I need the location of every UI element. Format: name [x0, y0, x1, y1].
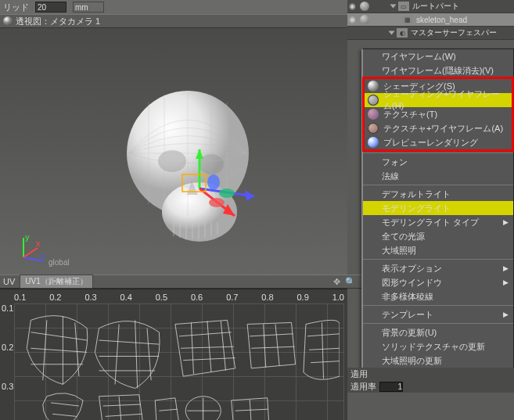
- eye-icon[interactable]: ◉: [349, 2, 358, 11]
- apply-label: 適用: [350, 368, 368, 380]
- apply-rate-row: 適用率: [347, 380, 514, 393]
- apply-row: 適用: [347, 368, 514, 380]
- menu-display-options[interactable]: 表示オプション▶: [363, 261, 513, 275]
- menu-phong[interactable]: フォン: [363, 155, 513, 169]
- svg-text:y: y: [25, 234, 30, 242]
- menu-global-illum[interactable]: 大域照明: [363, 243, 513, 257]
- menu-bg-update[interactable]: 背景の更新(U): [363, 325, 513, 339]
- menu-solid-tex-update[interactable]: ソリッドテクスチャの更新: [363, 339, 513, 354]
- shading-context-menu: ワイヤフレーム(W) ワイヤフレーム(隠線消去)(V) シェーディング(S) シ…: [361, 48, 514, 368]
- uv-zoom-icon[interactable]: 🔍: [345, 276, 356, 287]
- apply-rate-label: 適用率: [350, 381, 376, 393]
- tree-label: ルートパート: [412, 1, 459, 12]
- submenu-arrow-icon: ▶: [503, 218, 509, 226]
- svg-text:x: x: [36, 239, 41, 248]
- submenu-arrow-icon: ▶: [503, 278, 509, 286]
- menu-shading-group-highlight: シェーディング(S) シェーディング+ワイヤフレーム(H) テクスチャ(T) テ…: [362, 77, 514, 152]
- apply-rate-input[interactable]: [379, 382, 403, 392]
- tree-label: マスターサーフェスパー: [411, 27, 497, 38]
- viewport-title: 透視図：メタカメラ 1: [16, 16, 100, 27]
- menu-default-light[interactable]: デフォルトライト: [363, 187, 513, 201]
- menu-wireframe[interactable]: ワイヤフレーム(W): [363, 49, 513, 63]
- menu-preview-render[interactable]: プレビューレンダリング: [365, 135, 512, 149]
- sphere-icon: [368, 81, 379, 92]
- svg-point-11: [219, 188, 235, 198]
- surface-icon: ◐: [397, 28, 408, 38]
- menu-modeling-light[interactable]: モデリングライト: [363, 201, 513, 215]
- expand-icon[interactable]: [390, 5, 397, 9]
- perspective-viewport[interactable]: y z x global: [0, 28, 347, 275]
- shade-ball-icon[interactable]: [360, 2, 369, 11]
- svg-marker-5: [196, 149, 203, 159]
- transform-gizmo[interactable]: [176, 149, 270, 243]
- wiresphere-icon: [368, 95, 379, 106]
- scene-tree[interactable]: ◉ ▭ ルートパート ◉ ▦ skeleton_head ◐ マスターサーフェス…: [347, 0, 514, 40]
- submenu-arrow-icon: ▶: [503, 311, 509, 318]
- menu-all-lights[interactable]: 全ての光源: [363, 229, 513, 243]
- unit-select[interactable]: mm: [73, 2, 104, 13]
- svg-point-13: [207, 174, 220, 190]
- coord-space-label: global: [49, 258, 70, 267]
- tree-label: skeleton_head: [416, 16, 467, 24]
- uv-viewport[interactable]: 0.10.20.30.40.50.60.70.80.91.0 0.10.20.3…: [0, 289, 347, 420]
- submenu-arrow-icon: ▶: [503, 264, 509, 272]
- menu-nonmanifold[interactable]: 非多様体稜線: [363, 289, 513, 303]
- menu-template[interactable]: テンプレート▶: [363, 307, 513, 321]
- svg-text:z: z: [41, 251, 45, 260]
- svg-line-18: [23, 248, 38, 257]
- texwiresphere-icon: [368, 123, 379, 134]
- menu-shape-window[interactable]: 図形ウインドウ▶: [363, 275, 513, 289]
- uv-y-ticks: 0.10.20.30.4: [2, 303, 13, 420]
- tree-row-master-surface[interactable]: ◐ マスターサーフェスパー: [347, 27, 514, 40]
- camera-icon: [3, 16, 13, 26]
- uv-move-icon[interactable]: ✥: [331, 276, 342, 287]
- uv-label: UV: [3, 277, 15, 286]
- svg-point-12: [209, 198, 225, 207]
- mesh-icon: ▦: [402, 15, 413, 24]
- grid-label: リッド: [3, 2, 29, 13]
- axis-indicator: y z x: [16, 234, 47, 265]
- menu-texture-wireframe[interactable]: テクスチャ+ワイヤフレーム(A): [365, 121, 512, 135]
- grid-value-input[interactable]: [35, 2, 66, 13]
- svg-marker-7: [245, 190, 254, 201]
- uv-mesh: [19, 308, 340, 420]
- part-icon: ▭: [398, 2, 409, 11]
- shade-ball-icon[interactable]: [360, 15, 369, 24]
- tree-row-skeleton[interactable]: ◉ ▦ skeleton_head: [347, 13, 514, 27]
- menu-normal[interactable]: 法線: [363, 169, 513, 183]
- menu-gi-update[interactable]: 大域照明の更新: [363, 354, 513, 368]
- menu-texture[interactable]: テクスチャ(T): [365, 107, 512, 121]
- svg-marker-9: [223, 204, 235, 216]
- properties-panel: 適用 適用率: [347, 368, 514, 393]
- menu-modeling-light-type[interactable]: モデリングライト タイプ▶: [363, 215, 513, 229]
- uv-mode-select[interactable]: UV1（距離補正）: [20, 275, 92, 289]
- uv-x-ticks: 0.10.20.30.40.50.60.70.80.91.0: [14, 293, 344, 302]
- tree-row-root[interactable]: ◉ ▭ ルートパート: [347, 0, 514, 13]
- expand-icon[interactable]: [389, 31, 395, 35]
- rendersphere-icon: [368, 137, 379, 148]
- eye-icon[interactable]: ◉: [349, 15, 358, 24]
- menu-shading-wireframe[interactable]: シェーディング+ワイヤフレーム(H): [365, 93, 512, 107]
- menu-wireframe-hidden[interactable]: ワイヤフレーム(隠線消去)(V): [363, 63, 513, 77]
- texsphere-icon: [368, 109, 379, 120]
